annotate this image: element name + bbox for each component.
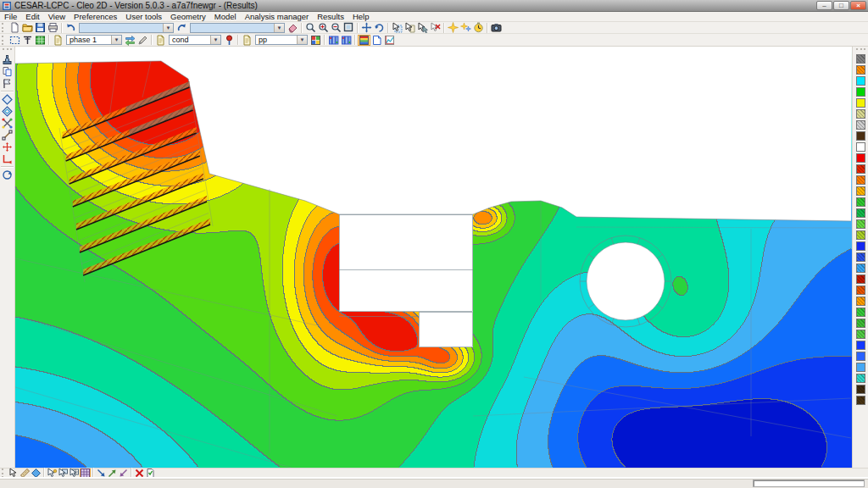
pencil-gray-button[interactable] [136, 35, 149, 46]
query-flag-button[interactable] [1, 78, 14, 89]
material-color-swatch-3[interactable] [856, 76, 865, 86]
menu-item-view[interactable]: View [44, 12, 70, 22]
material-color-swatch-20[interactable] [856, 263, 865, 273]
chevron-down-icon[interactable]: ▼ [274, 24, 284, 32]
iso-diamond-button[interactable] [1, 94, 14, 105]
zoom-button[interactable] [304, 22, 317, 33]
material-color-swatch-16[interactable] [856, 219, 865, 229]
timer-button[interactable] [472, 22, 485, 33]
swap-button[interactable] [124, 35, 136, 46]
material-color-swatch-4[interactable] [856, 87, 865, 97]
phase-select-combobox[interactable]: phase 1▼ [66, 35, 122, 45]
contour-plot-canvas[interactable] [15, 47, 852, 468]
toolbar-grip[interactable] [2, 23, 6, 32]
material-color-swatch-29[interactable] [856, 363, 865, 372]
contour-fill-button[interactable] [358, 35, 370, 46]
material-color-swatch-24[interactable] [856, 308, 865, 317]
zoom-window-button[interactable] [342, 22, 355, 33]
sel-grid-button[interactable] [69, 469, 80, 478]
curve-chart-button[interactable] [383, 35, 396, 46]
toolbar-grip[interactable] [3, 48, 12, 53]
menu-item-file[interactable]: File [0, 12, 21, 22]
copy-view-button[interactable] [1, 66, 14, 77]
pick-body-button[interactable] [403, 22, 416, 33]
arrow-ne-button[interactable] [107, 469, 118, 478]
material-color-swatch-10[interactable] [856, 153, 865, 163]
doc-option-button[interactable] [241, 35, 253, 46]
material-color-swatch-32[interactable] [856, 396, 865, 405]
sel-ruler-button[interactable] [19, 469, 31, 478]
diamond-blue-button[interactable] [31, 469, 42, 478]
new-file-button[interactable] [8, 22, 21, 33]
snapshot-button[interactable] [490, 22, 503, 33]
chevron-down-icon[interactable]: ▼ [297, 36, 307, 44]
zoom-out-button[interactable] [330, 22, 342, 33]
material-color-swatch-9[interactable] [856, 142, 865, 152]
toolbar-grip[interactable] [2, 36, 6, 45]
doc-result-button[interactable] [154, 35, 167, 46]
grid-active-button[interactable] [80, 469, 91, 478]
material-color-swatch-11[interactable] [856, 164, 865, 174]
save-button[interactable] [34, 22, 47, 33]
menu-item-analysis-manager[interactable]: Analysis manager [241, 12, 314, 22]
erase-button[interactable] [287, 22, 299, 33]
material-color-swatch-14[interactable] [856, 197, 865, 207]
menu-item-help[interactable]: Help [348, 12, 374, 22]
arrow-sw-button[interactable] [118, 469, 129, 478]
menu-item-results[interactable]: Results [313, 12, 348, 22]
arrow-se-button[interactable] [96, 469, 107, 478]
menu-item-edit[interactable]: Edit [21, 12, 43, 22]
rotate-view-button[interactable] [373, 22, 386, 33]
material-color-swatch-25[interactable] [856, 319, 865, 328]
minimize-button[interactable]: – [816, 1, 832, 10]
material-color-swatch-2[interactable] [856, 65, 865, 75]
pick-clear-button[interactable] [429, 22, 442, 33]
note-green-button[interactable] [145, 469, 156, 478]
chevron-down-icon[interactable]: ▼ [111, 36, 121, 44]
material-color-swatch-6[interactable] [856, 109, 865, 119]
menu-item-user-tools[interactable]: User tools [121, 12, 166, 22]
light-multi-button[interactable] [459, 22, 472, 33]
material-color-swatch-26[interactable] [856, 330, 865, 339]
redo-history-combobox[interactable]: ▼ [190, 23, 285, 33]
component-select-combobox[interactable]: pp▼ [255, 35, 308, 45]
draw-line-button[interactable] [1, 130, 14, 141]
axis-corner-button[interactable] [1, 153, 14, 164]
material-color-swatch-30[interactable] [856, 374, 865, 383]
material-color-swatch-17[interactable] [856, 230, 865, 240]
reset-view-button[interactable] [1, 169, 14, 180]
menu-item-geometry[interactable]: Geometry [166, 12, 210, 22]
material-color-swatch-7[interactable] [856, 120, 865, 130]
light-button[interactable] [447, 22, 459, 33]
grid-blue-2-button[interactable] [340, 35, 353, 46]
print-button[interactable] [47, 22, 59, 33]
doc-phase-button[interactable] [52, 35, 64, 46]
result-select-combobox[interactable]: cond▼ [169, 35, 221, 45]
sel-face-button[interactable] [58, 469, 69, 478]
sel-arrow-button[interactable] [8, 469, 19, 478]
iso-waves-button[interactable] [1, 106, 14, 117]
material-color-swatch-12[interactable] [856, 175, 865, 185]
pan-button[interactable] [360, 22, 373, 33]
material-color-swatch-5[interactable] [856, 98, 865, 108]
material-color-swatch-22[interactable] [856, 286, 865, 295]
green-grid-button[interactable] [34, 35, 47, 46]
redo-button[interactable] [175, 22, 188, 33]
menu-item-model[interactable]: Model [210, 12, 241, 22]
material-color-swatch-15[interactable] [856, 208, 865, 218]
text-tool-button[interactable] [21, 35, 34, 46]
chevron-down-icon[interactable]: ▼ [163, 24, 173, 32]
marquee-button[interactable] [8, 35, 21, 46]
open-folder-button[interactable] [21, 22, 34, 33]
toolbar-grip[interactable] [2, 469, 6, 478]
material-color-swatch-18[interactable] [856, 241, 865, 251]
pin-red-button[interactable] [223, 35, 236, 46]
material-color-swatch-28[interactable] [856, 352, 865, 361]
page-blank-button[interactable] [370, 35, 383, 46]
material-color-swatch-21[interactable] [856, 274, 865, 284]
close-button[interactable]: × [850, 1, 866, 10]
grid-multi-button[interactable] [309, 35, 322, 46]
material-color-swatch-23[interactable] [856, 297, 865, 306]
material-color-swatch-13[interactable] [856, 186, 865, 196]
title-bar[interactable]: CESAR-LCPC - Cleo 2D - Version 5.0.3 - a… [0, 0, 868, 12]
